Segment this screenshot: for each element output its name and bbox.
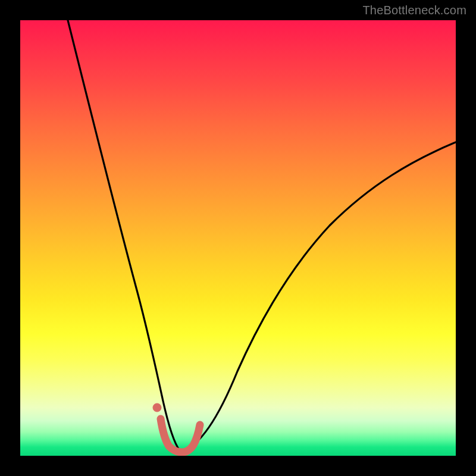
plot-area bbox=[20, 20, 456, 456]
chart-frame: TheBottleneck.com bbox=[0, 0, 476, 476]
curve-layer bbox=[20, 20, 456, 456]
watermark-text: TheBottleneck.com bbox=[362, 4, 466, 17]
marker-dot bbox=[153, 403, 161, 412]
left-curve bbox=[68, 20, 180, 450]
marker-arc bbox=[161, 419, 200, 452]
right-curve bbox=[182, 142, 456, 451]
